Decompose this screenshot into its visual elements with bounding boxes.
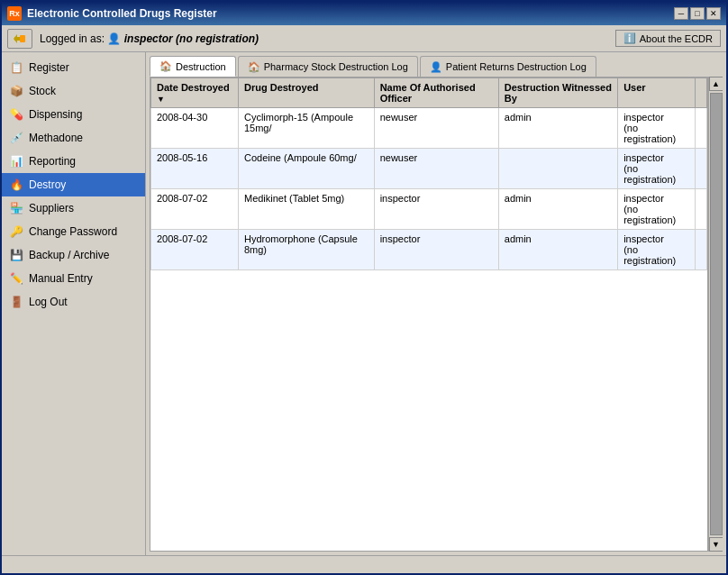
about-ecdr-button[interactable]: ℹ️ About the ECDR xyxy=(615,30,721,47)
cell-drug-3: Hydromorphone (Capsule 8mg) xyxy=(238,230,374,270)
title-bar-left: Rx Electronic Controlled Drugs Register xyxy=(7,6,217,21)
sidebar-item-reporting[interactable]: 📊 Reporting xyxy=(2,150,145,173)
window-controls: ─ □ ✕ xyxy=(674,7,721,20)
table-row: 2008-05-16 Codeine (Ampoule 60mg/ newuse… xyxy=(151,149,707,189)
cell-officer-0: newuser xyxy=(374,108,498,149)
methadone-icon: 💉 xyxy=(9,131,23,145)
cell-date-0: 2008-04-30 xyxy=(151,108,239,149)
destruction-table-container: Date Destroyed ▼ Drug Destroyed Name Of … xyxy=(150,77,708,552)
table-row: 2008-04-30 Cyclimorph-15 (Ampoule 15mg/ … xyxy=(151,108,707,149)
sidebar-label-stock: Stock xyxy=(29,85,56,97)
minimize-button[interactable]: ─ xyxy=(674,7,688,20)
sidebar-label-manual-entry: Manual Entry xyxy=(29,272,93,285)
close-button[interactable]: ✕ xyxy=(706,7,721,20)
cell-user-1: inspector(no registration) xyxy=(618,149,696,189)
cell-witnessed-2: admin xyxy=(498,189,617,230)
scroll-down-button[interactable]: ▼ xyxy=(709,537,723,552)
cell-empty-1 xyxy=(695,149,706,189)
table-row: 2008-07-02 Hydromorphone (Capsule 8mg) i… xyxy=(151,230,707,270)
pharmacy-stock-tab-label: Pharmacy Stock Destruction Log xyxy=(264,61,408,72)
sidebar-item-log-out[interactable]: 🚪 Log Out xyxy=(2,290,145,314)
cell-user-3: inspector(no registration) xyxy=(618,230,696,270)
destruction-table: Date Destroyed ▼ Drug Destroyed Name Of … xyxy=(150,78,707,270)
scroll-up-button[interactable]: ▲ xyxy=(709,77,723,91)
cell-witnessed-0: admin xyxy=(498,108,617,149)
dispensing-icon: 💊 xyxy=(9,107,23,122)
cell-drug-1: Codeine (Ampoule 60mg/ xyxy=(238,149,374,189)
header-bar: Logged in as: 👤 inspector (no registrati… xyxy=(2,25,726,52)
col-drug-destroyed: Drug Destroyed xyxy=(238,78,374,108)
sidebar-item-methadone[interactable]: 💉 Methadone xyxy=(2,126,145,150)
col-date-destroyed: Date Destroyed ▼ xyxy=(151,78,239,108)
manual-entry-icon: ✏️ xyxy=(9,271,23,286)
log-out-icon: 🚪 xyxy=(9,295,23,309)
cell-date-3: 2008-07-02 xyxy=(151,230,239,270)
sidebar-label-backup-archive: Backup / Archive xyxy=(29,249,109,261)
col-empty xyxy=(695,78,706,108)
maximize-button[interactable]: □ xyxy=(690,7,705,20)
sidebar-label-suppliers: Suppliers xyxy=(29,202,74,214)
sidebar-label-dispensing: Dispensing xyxy=(29,108,82,121)
sidebar-item-stock[interactable]: 📦 Stock xyxy=(2,79,145,103)
cell-officer-2: inspector xyxy=(374,189,498,230)
tab-pharmacy-stock[interactable]: 🏠 Pharmacy Stock Destruction Log xyxy=(238,56,418,77)
sidebar-item-dispensing[interactable]: 💊 Dispensing xyxy=(2,103,145,126)
change-password-icon: 🔑 xyxy=(9,224,23,239)
sidebar-item-suppliers[interactable]: 🏪 Suppliers xyxy=(2,196,145,220)
sidebar-label-log-out: Log Out xyxy=(29,296,68,308)
cell-empty-3 xyxy=(695,230,706,270)
sidebar-label-change-password: Change Password xyxy=(29,225,117,238)
cell-officer-1: newuser xyxy=(374,149,498,189)
table-scroll[interactable]: Date Destroyed ▼ Drug Destroyed Name Of … xyxy=(150,78,707,551)
title-bar: Rx Electronic Controlled Drugs Register … xyxy=(2,2,726,25)
sidebar-item-change-password[interactable]: 🔑 Change Password xyxy=(2,220,145,243)
cell-witnessed-3: admin xyxy=(498,230,617,270)
pharmacy-stock-tab-icon: 🏠 xyxy=(248,61,260,73)
sidebar-item-destroy[interactable]: 🔥 Destroy xyxy=(2,173,145,196)
cell-user-2: inspector(no registration) xyxy=(618,189,696,230)
suppliers-icon: 🏪 xyxy=(9,201,23,215)
sidebar-item-manual-entry[interactable]: ✏️ Manual Entry xyxy=(2,267,145,290)
cell-drug-0: Cyclimorph-15 (Ampoule 15mg/ xyxy=(238,108,374,149)
stock-icon: 📦 xyxy=(9,84,23,98)
cell-user-0: inspector(no registration) xyxy=(618,108,696,149)
status-bar xyxy=(2,555,726,573)
window-title: Electronic Controlled Drugs Register xyxy=(27,7,217,20)
logged-in-user: inspector (no registration) xyxy=(124,32,259,45)
sidebar-item-register[interactable]: 📋 Register xyxy=(2,56,145,79)
reporting-icon: 📊 xyxy=(9,154,23,169)
patient-returns-tab-icon: 👤 xyxy=(430,61,442,73)
col-user: User xyxy=(618,78,696,108)
sidebar: 📋 Register 📦 Stock 💊 Dispensing 💉 Methad… xyxy=(2,52,146,555)
destruction-tab-icon: 🏠 xyxy=(159,60,172,72)
backup-archive-icon: 💾 xyxy=(9,248,23,262)
content-scroll-area: Date Destroyed ▼ Drug Destroyed Name Of … xyxy=(150,77,723,552)
table-body: 2008-04-30 Cyclimorph-15 (Ampoule 15mg/ … xyxy=(151,108,707,270)
logged-in-prefix: Logged in as: xyxy=(40,32,105,45)
sidebar-label-reporting: Reporting xyxy=(29,155,76,168)
user-icon: 👤 xyxy=(107,32,123,45)
cell-date-2: 2008-07-02 xyxy=(151,189,239,230)
col-name-authorised-officer: Name Of Authorised Officer xyxy=(374,78,498,108)
svg-marker-1 xyxy=(14,34,17,43)
main-layout: 📋 Register 📦 Stock 💊 Dispensing 💉 Methad… xyxy=(2,52,726,555)
tab-bar: 🏠 Destruction 🏠 Pharmacy Stock Destructi… xyxy=(150,56,723,77)
logged-in-label: Logged in as: 👤 inspector (no registrati… xyxy=(40,32,259,45)
vertical-scrollbar[interactable]: ▲ ▼ xyxy=(708,77,723,552)
sidebar-item-backup-archive[interactable]: 💾 Backup / Archive xyxy=(2,243,145,267)
scroll-thumb[interactable] xyxy=(710,93,723,535)
sort-arrow-date: ▼ xyxy=(157,95,165,104)
info-icon: ℹ️ xyxy=(623,32,636,44)
sidebar-label-destroy: Destroy xyxy=(29,178,66,191)
about-ecdr-label: About the ECDR xyxy=(640,33,713,44)
back-button[interactable] xyxy=(7,29,32,49)
back-icon xyxy=(14,32,26,45)
sidebar-label-register: Register xyxy=(29,61,69,74)
main-window: Rx Electronic Controlled Drugs Register … xyxy=(0,0,728,575)
destroy-icon: 🔥 xyxy=(9,178,23,192)
register-icon: 📋 xyxy=(9,60,23,75)
content-area: 🏠 Destruction 🏠 Pharmacy Stock Destructi… xyxy=(146,52,726,555)
tab-patient-returns[interactable]: 👤 Patient Returns Destruction Log xyxy=(420,56,596,77)
patient-returns-tab-label: Patient Returns Destruction Log xyxy=(446,61,587,72)
tab-destruction[interactable]: 🏠 Destruction xyxy=(150,56,236,77)
